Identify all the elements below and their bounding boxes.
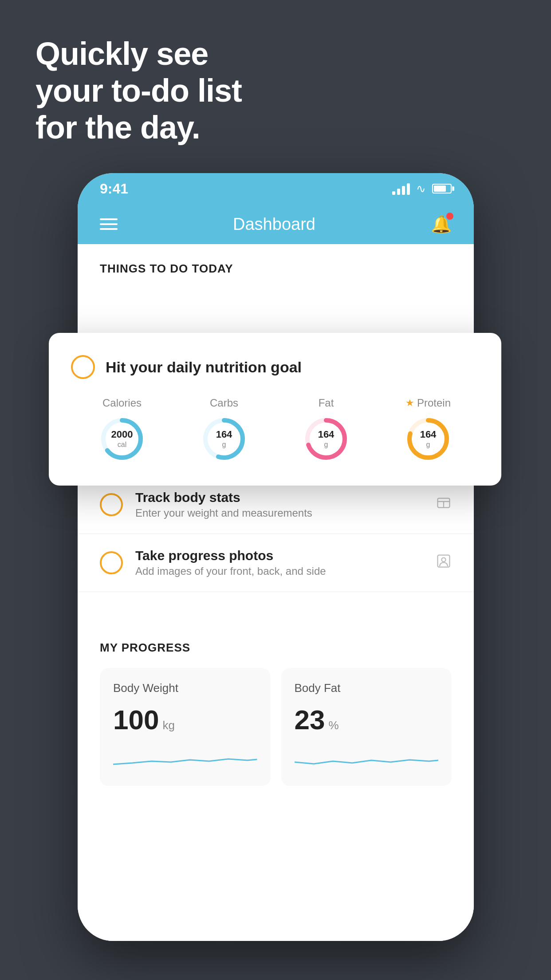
calories-label: Calories xyxy=(102,397,142,409)
carbs-label: Carbs xyxy=(210,397,238,409)
protein-star-icon: ★ xyxy=(405,397,414,409)
nutrition-row: Calories 2000 cal Carbs xyxy=(71,397,479,463)
nutrition-fat: Fat 164 g xyxy=(302,397,350,463)
wifi-icon: ∿ xyxy=(416,182,426,196)
fat-label: Fat xyxy=(319,397,334,409)
todo-item-photos[interactable]: Take progress photos Add images of your … xyxy=(78,534,474,592)
battery-icon xyxy=(432,184,452,194)
fat-chart: 164 g xyxy=(302,415,350,463)
status-time: 9:41 xyxy=(100,181,128,197)
body-weight-chart xyxy=(113,744,257,771)
hero-line-1: Quickly see xyxy=(35,36,242,72)
card-title-row: Hit your daily nutrition goal xyxy=(71,355,479,379)
progress-section: MY PROGRESS Body Weight 100 kg xyxy=(78,619,474,799)
todo-subtitle-photos: Add images of your front, back, and side xyxy=(135,565,423,577)
phone-frame: 9:41 ∿ Dashboard 🔔 THINGS TO DO TODA xyxy=(78,173,474,941)
todo-circle-photos xyxy=(100,551,123,574)
nutrition-check-circle[interactable] xyxy=(71,355,95,379)
signal-icon xyxy=(392,182,410,195)
nutrition-carbs: Carbs 164 g xyxy=(200,397,248,463)
body-fat-card[interactable]: Body Fat 23 % xyxy=(281,668,452,786)
todo-text-photos: Take progress photos Add images of your … xyxy=(135,548,423,577)
nutrition-card-title: Hit your daily nutrition goal xyxy=(106,359,302,376)
todo-circle-body-stats xyxy=(100,493,123,516)
progress-title: MY PROGRESS xyxy=(100,641,452,655)
protein-label: ★ Protein xyxy=(405,397,451,409)
notification-bell-icon[interactable]: 🔔 xyxy=(431,214,452,234)
status-bar: 9:41 ∿ xyxy=(78,173,474,204)
protein-chart: 164 g xyxy=(404,415,453,463)
todo-subtitle-body-stats: Enter your weight and measurements xyxy=(135,507,423,519)
body-fat-unit: % xyxy=(328,719,338,732)
hero-text: Quickly see your to-do list for the day. xyxy=(35,36,242,146)
hero-line-3: for the day. xyxy=(35,109,242,146)
body-weight-unit: kg xyxy=(162,719,174,732)
nutrition-protein: ★ Protein 164 g xyxy=(404,397,453,463)
scale-icon xyxy=(436,495,452,515)
todo-text-body-stats: Track body stats Enter your weight and m… xyxy=(135,490,423,519)
nutrition-calories: Calories 2000 cal xyxy=(98,397,146,463)
hero-line-2: your to-do list xyxy=(35,72,242,109)
body-fat-label: Body Fat xyxy=(295,681,439,695)
notification-dot xyxy=(446,213,453,220)
svg-point-4 xyxy=(442,557,446,561)
body-weight-label: Body Weight xyxy=(113,681,257,695)
calories-chart: 2000 cal xyxy=(98,415,146,463)
status-icons: ∿ xyxy=(392,182,452,196)
todo-title-photos: Take progress photos xyxy=(135,548,423,563)
nav-title: Dashboard xyxy=(233,215,315,234)
person-icon xyxy=(436,553,452,573)
body-fat-value: 23 xyxy=(295,704,325,735)
nav-bar: Dashboard 🔔 xyxy=(78,204,474,244)
body-weight-value: 100 xyxy=(113,704,159,735)
progress-cards: Body Weight 100 kg Body Fat 23 xyxy=(100,668,452,786)
body-fat-value-row: 23 % xyxy=(295,704,439,735)
todo-title-body-stats: Track body stats xyxy=(135,490,423,505)
hamburger-menu-icon[interactable] xyxy=(100,218,118,230)
section-header: THINGS TO DO TODAY xyxy=(78,244,474,285)
body-weight-value-row: 100 kg xyxy=(113,704,257,735)
body-fat-chart xyxy=(295,744,439,771)
nutrition-card: Hit your daily nutrition goal Calories 2… xyxy=(49,333,501,486)
carbs-chart: 164 g xyxy=(200,415,248,463)
body-weight-card[interactable]: Body Weight 100 kg xyxy=(100,668,271,786)
